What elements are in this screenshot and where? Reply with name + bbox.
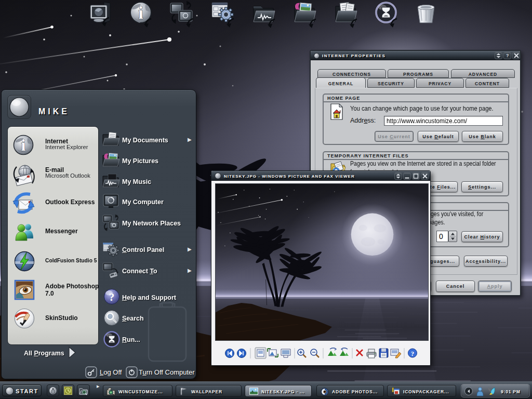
svg-text:i: i (21, 136, 26, 154)
svg-text:?: ? (109, 291, 115, 303)
svg-text:?: ? (411, 350, 415, 357)
svg-text:i: i (138, 3, 143, 22)
